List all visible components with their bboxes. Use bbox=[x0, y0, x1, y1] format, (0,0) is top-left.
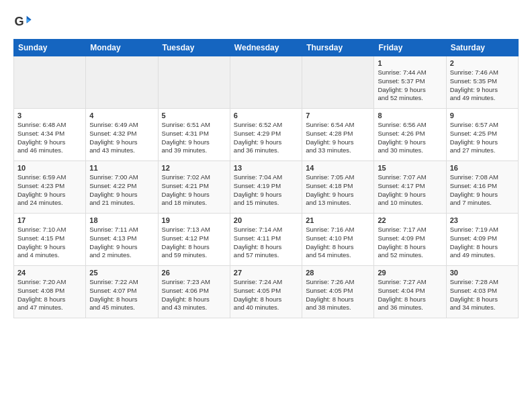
calendar-cell bbox=[14, 56, 86, 109]
calendar-cell bbox=[86, 56, 158, 109]
col-header-monday: Monday bbox=[86, 40, 158, 56]
calendar-cell: 5Sunrise: 6:51 AM Sunset: 4:31 PM Daylig… bbox=[158, 109, 230, 161]
calendar-cell: 1Sunrise: 7:44 AM Sunset: 5:37 PM Daylig… bbox=[374, 56, 446, 109]
week-row-1: 1Sunrise: 7:44 AM Sunset: 5:37 PM Daylig… bbox=[14, 56, 519, 109]
calendar-cell: 28Sunrise: 7:26 AM Sunset: 4:05 PM Dayli… bbox=[302, 266, 374, 318]
day-info: Sunrise: 6:56 AM Sunset: 4:26 PM Dayligh… bbox=[378, 121, 442, 155]
week-row-5: 24Sunrise: 7:20 AM Sunset: 4:08 PM Dayli… bbox=[14, 266, 519, 318]
day-number: 18 bbox=[89, 216, 154, 224]
calendar-cell: 25Sunrise: 7:22 AM Sunset: 4:07 PM Dayli… bbox=[86, 266, 158, 318]
calendar-table: SundayMondayTuesdayWednesdayThursdayFrid… bbox=[13, 39, 519, 318]
day-info: Sunrise: 6:59 AM Sunset: 4:23 PM Dayligh… bbox=[17, 173, 82, 208]
calendar-cell: 10Sunrise: 6:59 AM Sunset: 4:23 PM Dayli… bbox=[14, 161, 86, 214]
day-number: 9 bbox=[450, 111, 515, 120]
day-number: 20 bbox=[234, 216, 298, 224]
day-info: Sunrise: 6:49 AM Sunset: 4:32 PM Dayligh… bbox=[89, 121, 154, 155]
day-info: Sunrise: 7:26 AM Sunset: 4:05 PM Dayligh… bbox=[306, 278, 370, 312]
calendar-cell: 24Sunrise: 7:20 AM Sunset: 4:08 PM Dayli… bbox=[14, 266, 86, 318]
header-row: SundayMondayTuesdayWednesdayThursdayFrid… bbox=[14, 40, 519, 56]
day-info: Sunrise: 7:28 AM Sunset: 4:03 PM Dayligh… bbox=[450, 278, 515, 312]
day-info: Sunrise: 6:52 AM Sunset: 4:29 PM Dayligh… bbox=[234, 121, 298, 155]
calendar-cell: 20Sunrise: 7:14 AM Sunset: 4:11 PM Dayli… bbox=[230, 214, 302, 266]
day-number: 16 bbox=[450, 164, 515, 172]
calendar-cell: 27Sunrise: 7:24 AM Sunset: 4:05 PM Dayli… bbox=[230, 266, 302, 318]
calendar-cell: 4Sunrise: 6:49 AM Sunset: 4:32 PM Daylig… bbox=[86, 109, 158, 161]
day-number: 27 bbox=[234, 269, 298, 277]
calendar-cell: 22Sunrise: 7:17 AM Sunset: 4:09 PM Dayli… bbox=[374, 214, 446, 266]
day-info: Sunrise: 7:05 AM Sunset: 4:18 PM Dayligh… bbox=[306, 173, 370, 208]
day-number: 12 bbox=[162, 164, 226, 172]
calendar-cell: 6Sunrise: 6:52 AM Sunset: 4:29 PM Daylig… bbox=[230, 109, 302, 161]
calendar-cell: 15Sunrise: 7:07 AM Sunset: 4:17 PM Dayli… bbox=[374, 161, 446, 214]
day-number: 3 bbox=[17, 111, 82, 120]
calendar-cell: 13Sunrise: 7:04 AM Sunset: 4:19 PM Dayli… bbox=[230, 161, 302, 214]
day-info: Sunrise: 7:07 AM Sunset: 4:17 PM Dayligh… bbox=[378, 173, 442, 208]
day-number: 2 bbox=[450, 59, 515, 67]
col-header-sunday: Sunday bbox=[14, 40, 86, 56]
day-number: 17 bbox=[17, 216, 82, 224]
logo-icon: G bbox=[13, 12, 32, 31]
calendar-cell bbox=[302, 56, 374, 109]
calendar-cell: 2Sunrise: 7:46 AM Sunset: 5:35 PM Daylig… bbox=[446, 56, 518, 109]
week-row-2: 3Sunrise: 6:48 AM Sunset: 4:34 PM Daylig… bbox=[14, 109, 519, 161]
col-header-friday: Friday bbox=[374, 40, 446, 56]
day-info: Sunrise: 6:57 AM Sunset: 4:25 PM Dayligh… bbox=[450, 121, 515, 155]
day-info: Sunrise: 6:48 AM Sunset: 4:34 PM Dayligh… bbox=[17, 121, 82, 155]
day-info: Sunrise: 7:22 AM Sunset: 4:07 PM Dayligh… bbox=[89, 278, 154, 312]
calendar-cell: 9Sunrise: 6:57 AM Sunset: 4:25 PM Daylig… bbox=[446, 109, 518, 161]
day-info: Sunrise: 6:51 AM Sunset: 4:31 PM Dayligh… bbox=[162, 121, 226, 155]
calendar-cell: 17Sunrise: 7:10 AM Sunset: 4:15 PM Dayli… bbox=[14, 214, 86, 266]
calendar-cell: 12Sunrise: 7:02 AM Sunset: 4:21 PM Dayli… bbox=[158, 161, 230, 214]
day-number: 11 bbox=[89, 164, 154, 172]
calendar-cell: 19Sunrise: 7:13 AM Sunset: 4:12 PM Dayli… bbox=[158, 214, 230, 266]
day-number: 15 bbox=[378, 164, 442, 172]
header: G bbox=[13, 12, 519, 31]
day-number: 25 bbox=[89, 269, 154, 277]
day-info: Sunrise: 7:17 AM Sunset: 4:09 PM Dayligh… bbox=[378, 226, 442, 260]
day-number: 19 bbox=[162, 216, 226, 224]
week-row-4: 17Sunrise: 7:10 AM Sunset: 4:15 PM Dayli… bbox=[14, 214, 519, 266]
calendar-cell: 8Sunrise: 6:56 AM Sunset: 4:26 PM Daylig… bbox=[374, 109, 446, 161]
day-number: 26 bbox=[162, 269, 226, 277]
day-number: 14 bbox=[306, 164, 370, 172]
day-number: 10 bbox=[17, 164, 82, 172]
col-header-saturday: Saturday bbox=[446, 40, 518, 56]
day-number: 23 bbox=[450, 216, 515, 224]
day-info: Sunrise: 6:54 AM Sunset: 4:28 PM Dayligh… bbox=[306, 121, 370, 155]
day-info: Sunrise: 7:10 AM Sunset: 4:15 PM Dayligh… bbox=[17, 226, 82, 260]
day-info: Sunrise: 7:04 AM Sunset: 4:19 PM Dayligh… bbox=[234, 173, 298, 208]
day-info: Sunrise: 7:11 AM Sunset: 4:13 PM Dayligh… bbox=[89, 226, 154, 260]
calendar-cell bbox=[230, 56, 302, 109]
day-number: 7 bbox=[306, 111, 370, 120]
day-number: 21 bbox=[306, 216, 370, 224]
svg-text:G: G bbox=[14, 15, 24, 28]
day-info: Sunrise: 7:24 AM Sunset: 4:05 PM Dayligh… bbox=[234, 278, 298, 312]
day-info: Sunrise: 7:20 AM Sunset: 4:08 PM Dayligh… bbox=[17, 278, 82, 312]
day-number: 22 bbox=[378, 216, 442, 224]
day-info: Sunrise: 7:27 AM Sunset: 4:04 PM Dayligh… bbox=[378, 278, 442, 312]
day-number: 24 bbox=[17, 269, 82, 277]
calendar-cell: 7Sunrise: 6:54 AM Sunset: 4:28 PM Daylig… bbox=[302, 109, 374, 161]
day-info: Sunrise: 7:14 AM Sunset: 4:11 PM Dayligh… bbox=[234, 226, 298, 260]
day-number: 30 bbox=[450, 269, 515, 277]
calendar-cell: 30Sunrise: 7:28 AM Sunset: 4:03 PM Dayli… bbox=[446, 266, 518, 318]
calendar-cell: 3Sunrise: 6:48 AM Sunset: 4:34 PM Daylig… bbox=[14, 109, 86, 161]
logo: G bbox=[13, 12, 35, 31]
day-number: 29 bbox=[378, 269, 442, 277]
day-info: Sunrise: 7:46 AM Sunset: 5:35 PM Dayligh… bbox=[450, 68, 515, 103]
day-number: 28 bbox=[306, 269, 370, 277]
calendar-cell: 18Sunrise: 7:11 AM Sunset: 4:13 PM Dayli… bbox=[86, 214, 158, 266]
col-header-thursday: Thursday bbox=[302, 40, 374, 56]
day-number: 13 bbox=[234, 164, 298, 172]
week-row-3: 10Sunrise: 6:59 AM Sunset: 4:23 PM Dayli… bbox=[14, 161, 519, 214]
day-info: Sunrise: 7:08 AM Sunset: 4:16 PM Dayligh… bbox=[450, 173, 515, 208]
day-number: 6 bbox=[234, 111, 298, 120]
col-header-wednesday: Wednesday bbox=[230, 40, 302, 56]
calendar-cell: 29Sunrise: 7:27 AM Sunset: 4:04 PM Dayli… bbox=[374, 266, 446, 318]
day-number: 4 bbox=[89, 111, 154, 120]
day-info: Sunrise: 7:19 AM Sunset: 4:09 PM Dayligh… bbox=[450, 226, 515, 260]
calendar-cell bbox=[158, 56, 230, 109]
calendar-cell: 21Sunrise: 7:16 AM Sunset: 4:10 PM Dayli… bbox=[302, 214, 374, 266]
calendar-cell: 16Sunrise: 7:08 AM Sunset: 4:16 PM Dayli… bbox=[446, 161, 518, 214]
day-info: Sunrise: 7:00 AM Sunset: 4:22 PM Dayligh… bbox=[89, 173, 154, 208]
